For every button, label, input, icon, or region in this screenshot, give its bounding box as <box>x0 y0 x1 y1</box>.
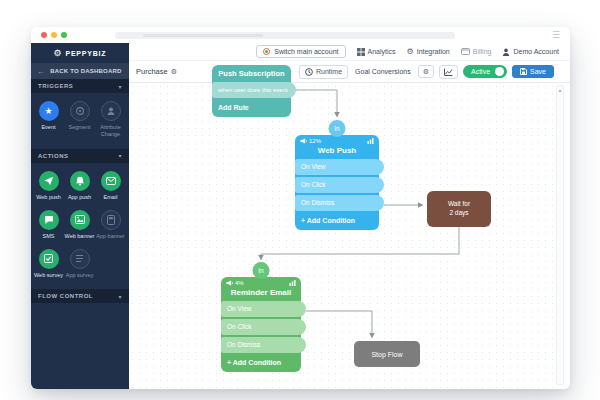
chevron-down-icon: ▾ <box>118 293 122 300</box>
nav-analytics-label: Analytics <box>368 48 396 55</box>
envelope-icon <box>101 171 121 191</box>
sidebar-item-sms[interactable]: SMS <box>33 210 64 240</box>
sidebar-item-event[interactable]: ★ Event <box>33 101 64 138</box>
person-icon <box>502 48 510 56</box>
section-triggers-label: TRIGGERS <box>38 83 73 89</box>
delivery-stat: 12% <box>309 138 321 144</box>
item-label: Event <box>41 124 55 131</box>
item-label: App survey <box>66 272 94 279</box>
triggers-grid: ★ Event Segment Attribute Change <box>31 93 129 149</box>
logo[interactable]: ⚙ PEPPYBIZ <box>31 43 129 63</box>
megaphone-icon <box>300 138 307 144</box>
window-close-dot[interactable] <box>41 32 47 38</box>
bar-chart-icon[interactable] <box>367 138 374 144</box>
bar-chart-icon[interactable] <box>289 280 296 286</box>
branch-on-dismiss[interactable]: On Dismiss <box>221 337 306 353</box>
sidebar-item-web-survey[interactable]: Web survey <box>33 249 64 279</box>
sidebar-item-segment[interactable]: Segment <box>64 101 95 138</box>
section-flow-control[interactable]: FLOW CONTROL ▾ <box>31 289 129 303</box>
node-meta: 4% <box>221 277 301 286</box>
image-icon <box>70 210 90 230</box>
item-label: Web survey <box>34 272 63 279</box>
branch-on-click[interactable]: On Click <box>295 177 384 193</box>
nav-billing-label: Billing <box>473 48 492 55</box>
browser-window: ☰ ⚙ PEPPYBIZ ← BACK TO DASHBOARD TRIGGER… <box>31 27 570 389</box>
nav-account[interactable]: Demo Account <box>502 48 559 56</box>
branch-on-dismiss[interactable]: On Dismiss <box>295 195 384 211</box>
branch-on-click[interactable]: On Click <box>221 319 306 335</box>
sidebar-item-web-push[interactable]: Web push <box>33 171 64 201</box>
item-label: SMS <box>43 233 55 240</box>
event-star-icon: ★ <box>39 101 59 121</box>
nav-integration-label: Integration <box>417 48 450 55</box>
add-rule-button[interactable]: Add Rule <box>212 100 291 117</box>
item-label: Segment <box>68 124 90 131</box>
chevron-down-icon: ▾ <box>118 152 122 159</box>
section-flow-control-label: FLOW CONTROL <box>38 293 93 299</box>
item-label: Web push <box>36 194 61 201</box>
section-triggers[interactable]: TRIGGERS ▾ <box>31 79 129 93</box>
sidebar-item-app-survey[interactable]: App survey <box>64 249 95 279</box>
section-actions-label: ACTIONS <box>38 153 69 159</box>
segment-icon <box>70 101 90 121</box>
list-icon <box>70 249 90 269</box>
sidebar-item-email[interactable]: Email <box>95 171 126 201</box>
nav-billing[interactable]: Billing <box>461 48 492 55</box>
node-reminder-email[interactable]: In 4% Reminder Email On View On Click On… <box>221 277 301 372</box>
stop-flow-label: Stop Flow <box>371 351 402 358</box>
sidebar-item-attribute-change[interactable]: Attribute Change <box>95 101 126 138</box>
back-arrow-icon: ← <box>37 67 45 76</box>
chevron-down-icon: ▾ <box>118 83 122 90</box>
node-push-subscription[interactable]: Push Subscription when user does this ev… <box>212 65 291 117</box>
bell-icon <box>70 171 90 191</box>
branch-on-view[interactable]: On View <box>295 159 384 175</box>
browser-menu-icon[interactable]: ☰ <box>552 31 560 40</box>
sidebar-item-app-push[interactable]: App push <box>64 171 95 201</box>
add-condition-button[interactable]: + Add Condition <box>295 213 379 230</box>
sidebar: ⚙ PEPPYBIZ ← BACK TO DASHBOARD TRIGGERS … <box>31 43 129 389</box>
node-title[interactable]: Web Push <box>295 144 379 159</box>
section-actions[interactable]: ACTIONS ▾ <box>31 149 129 163</box>
item-label: Email <box>104 194 118 201</box>
switch-account-button[interactable]: Switch main account <box>256 45 345 58</box>
window-minimize-dot[interactable] <box>51 32 57 38</box>
node-title[interactable]: Reminder Email <box>221 286 301 301</box>
check-square-icon <box>39 249 59 269</box>
url-bar[interactable] <box>115 32 455 39</box>
node-meta: 12% <box>295 135 379 144</box>
logo-text: PEPPYBIZ <box>65 50 106 57</box>
back-label: BACK TO DASHBOARD <box>50 68 121 74</box>
switch-account-icon <box>263 48 270 55</box>
actions-grid: Web push App push Email <box>31 163 129 290</box>
top-nav: Switch main account Analytics ⚙ Integrat… <box>129 43 570 61</box>
wait-line1: Wait for <box>448 200 470 209</box>
sidebar-item-app-banner[interactable]: App banner <box>95 210 126 240</box>
back-to-dashboard-button[interactable]: ← BACK TO DASHBOARD <box>31 63 129 79</box>
chat-bubble-icon <box>39 210 59 230</box>
switch-account-label: Switch main account <box>274 48 338 55</box>
node-rule-row[interactable]: when user does this event <box>212 82 296 98</box>
window-maximize-dot[interactable] <box>61 32 67 38</box>
nav-account-label: Demo Account <box>513 48 559 55</box>
wait-line2: 2 days <box>449 209 468 218</box>
node-title[interactable]: Push Subscription <box>212 65 291 82</box>
nav-analytics[interactable]: Analytics <box>357 48 396 56</box>
delivery-stat: 4% <box>235 280 244 286</box>
node-wait[interactable]: Wait for 2 days <box>427 191 491 227</box>
nav-integration[interactable]: ⚙ Integration <box>407 48 450 56</box>
url-placeholder-line <box>143 34 263 37</box>
branch-on-view[interactable]: On View <box>221 301 306 317</box>
item-label: App banner <box>96 233 124 240</box>
flow-canvas: Purchase ⚙ Runtime Goal Conversions ⚙ <box>129 61 570 389</box>
item-label: Web banner <box>65 233 95 240</box>
item-label: Attribute Change <box>95 124 126 138</box>
grid-icon <box>357 48 365 56</box>
node-stop-flow[interactable]: Stop Flow <box>354 341 420 367</box>
node-web-push[interactable]: In 12% Web Push On View On Click On Dism… <box>295 135 379 230</box>
sidebar-item-web-banner[interactable]: Web banner <box>64 210 95 240</box>
banner-icon <box>101 210 121 230</box>
logo-gear-icon: ⚙ <box>54 48 63 58</box>
add-condition-button[interactable]: + Add Condition <box>221 355 301 372</box>
credit-card-icon <box>461 48 470 55</box>
gear-icon: ⚙ <box>407 48 414 56</box>
